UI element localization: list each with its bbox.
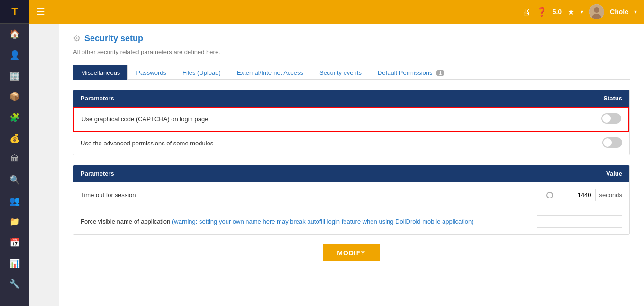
avatar[interactable]	[589, 4, 604, 19]
appname-control	[537, 215, 622, 228]
wrench-icon: 🔧	[9, 279, 20, 289]
tab-files-upload[interactable]: Files (Upload)	[174, 65, 229, 80]
value-params-table: Parameters Value Time out for session se…	[73, 165, 630, 235]
adv-permissions-toggle[interactable]	[602, 137, 622, 148]
sidebar-item-files[interactable]: 📁	[0, 211, 29, 232]
captcha-row: Use graphical code (CAPTCHA) on login pa…	[73, 107, 629, 132]
timeout-radio[interactable]	[546, 192, 553, 198]
sidebar-item-contacts[interactable]: 👥	[0, 190, 29, 211]
timeout-control: seconds	[546, 189, 622, 201]
sidebar-item-products[interactable]: 📦	[0, 86, 29, 107]
contacts-icon: 👥	[9, 196, 20, 206]
timeout-input[interactable]	[558, 189, 596, 201]
topbar-right: 🖨 ❓ 5.0 ★ ▾ Chole ▾	[522, 4, 637, 19]
user-chevron[interactable]: ▾	[634, 9, 637, 15]
username-label[interactable]: Chole	[610, 8, 628, 16]
folder-icon: 📁	[9, 216, 20, 227]
captcha-toggle-control	[601, 113, 621, 125]
adv-permissions-label: Use the advanced permissions of some mod…	[81, 140, 602, 147]
money-icon: 💰	[9, 133, 20, 144]
app-logo[interactable]: T	[0, 0, 29, 24]
sidebar-item-company[interactable]: 🏢	[0, 65, 29, 86]
appname-warning: (warning: setting your own name here may…	[172, 218, 474, 225]
toggle-params-table: Parameters Status Use graphical code (CA…	[73, 90, 630, 155]
appname-row: Force visible name of application (warni…	[73, 208, 629, 234]
version-label: 5.0	[553, 8, 562, 16]
printer-icon[interactable]: 🖨	[522, 7, 531, 17]
tab-miscellaneous[interactable]: Miscellaneous	[73, 65, 128, 80]
tabs-container: Miscellaneous Passwords Files (Upload) E…	[73, 65, 630, 80]
toggle-table-status-label: Status	[603, 95, 622, 102]
tab-external-access[interactable]: External/Internet Access	[229, 65, 311, 80]
puzzle-icon: 🧩	[9, 112, 20, 123]
tab-default-permissions[interactable]: Default Permissions 1	[370, 65, 453, 80]
chart-icon: 📊	[9, 258, 20, 269]
captcha-toggle[interactable]	[601, 113, 621, 124]
tab-security-events[interactable]: Security events	[311, 65, 370, 80]
sidebar-item-agenda[interactable]: 📅	[0, 232, 29, 253]
sidebar-item-reports[interactable]: 📊	[0, 253, 29, 274]
adv-permissions-toggle-control	[602, 137, 622, 149]
appname-label: Force visible name of application (warni…	[81, 218, 537, 225]
main-content: ⚙ Security setup All other security rela…	[59, 24, 644, 306]
adv-permissions-slider	[602, 137, 622, 148]
captcha-param-row: Use graphical code (CAPTCHA) on login pa…	[74, 108, 628, 131]
bank-icon: 🏛	[9, 154, 20, 164]
sidebar-item-search[interactable]: 🔍	[0, 170, 29, 190]
default-permissions-badge: 1	[436, 70, 444, 76]
topbar: ☰ 🖨 ❓ 5.0 ★ ▾ Chole ▾	[29, 0, 644, 24]
timeout-row: Time out for session seconds	[73, 182, 629, 208]
seconds-label: seconds	[599, 191, 622, 198]
value-table-header: Parameters Value	[73, 165, 629, 182]
bookmark-chevron[interactable]: ▾	[581, 9, 583, 15]
captcha-slider	[601, 113, 621, 124]
adv-permissions-row: Use the advanced permissions of some mod…	[73, 132, 629, 155]
search-icon: 🔍	[9, 175, 20, 185]
calendar-icon: 📅	[9, 237, 20, 248]
home-icon: 🏠	[9, 29, 20, 39]
modify-button[interactable]: MODIFY	[323, 244, 380, 261]
page-title: Security setup	[84, 34, 143, 44]
appname-input[interactable]	[537, 215, 622, 228]
toggle-table-params-label: Parameters	[81, 95, 114, 102]
sidebar-item-finance[interactable]: 💰	[0, 128, 29, 149]
sidebar-item-modules[interactable]: 🧩	[0, 107, 29, 128]
page-header: ⚙ Security setup	[73, 33, 630, 44]
box-icon: 📦	[9, 91, 20, 102]
building-icon: 🏢	[9, 71, 20, 81]
bookmark-icon[interactable]: ★	[567, 7, 575, 17]
user-icon: 👤	[9, 50, 20, 60]
toggle-table-header: Parameters Status	[73, 90, 629, 107]
sidebar: T 🏠 👤 🏢 📦 🧩 💰 🏛 🔍 👥 📁 📅 📊 🔧	[0, 0, 29, 306]
sidebar-item-setup[interactable]: 🔧	[0, 274, 29, 295]
page-subtitle: All other security related parameters ar…	[73, 48, 630, 55]
help-icon[interactable]: ❓	[536, 7, 547, 17]
value-table-params-label: Parameters	[81, 170, 114, 177]
value-table-value-label: Value	[606, 170, 622, 177]
hamburger-menu[interactable]: ☰	[36, 6, 45, 18]
sidebar-item-home[interactable]: 🏠	[0, 24, 29, 45]
settings-icon: ⚙	[73, 33, 81, 44]
timeout-label: Time out for session	[81, 191, 546, 198]
sidebar-item-users[interactable]: 👤	[0, 45, 29, 65]
tab-passwords[interactable]: Passwords	[128, 65, 174, 80]
sidebar-item-bank[interactable]: 🏛	[0, 149, 29, 170]
captcha-label: Use graphical code (CAPTCHA) on login pa…	[82, 116, 601, 123]
svg-point-1	[594, 7, 599, 13]
